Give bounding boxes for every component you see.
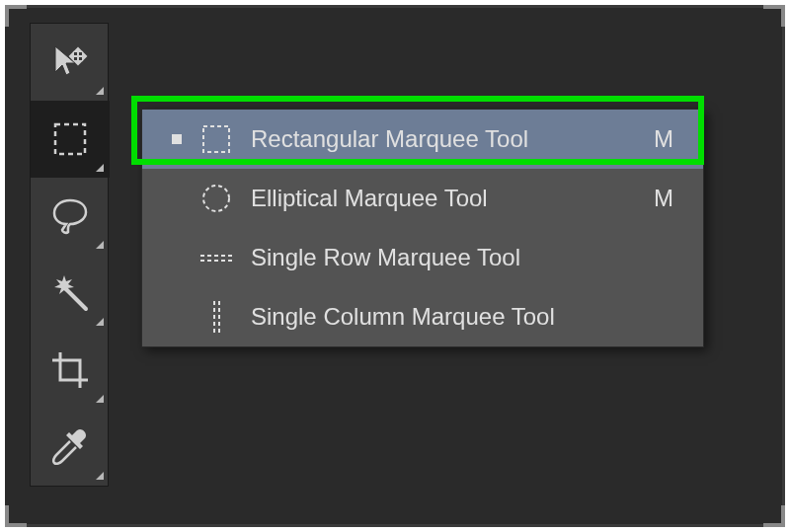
flyout-indicator-icon [96, 164, 104, 172]
flyout-indicator-icon [96, 318, 104, 326]
lasso-icon [50, 196, 90, 236]
move-tool[interactable] [31, 24, 110, 101]
magic-wand-tool[interactable] [31, 255, 110, 332]
lasso-tool[interactable] [31, 178, 110, 255]
crop-icon [50, 350, 90, 390]
app-frame: Rectangular Marquee Tool M Elliptical Ma… [5, 5, 785, 527]
svg-rect-2 [203, 126, 229, 152]
menu-item-single-row-marquee[interactable]: Single Row Marquee Tool [142, 228, 703, 287]
marquee-tool[interactable] [31, 101, 110, 178]
rect-marquee-icon [50, 119, 90, 159]
corner-marker-icon [5, 5, 27, 27]
svg-point-3 [203, 186, 229, 211]
menu-item-label: Single Column Marquee Tool [241, 303, 644, 331]
crop-tool[interactable] [31, 332, 110, 409]
corner-marker-icon [763, 5, 785, 27]
menu-item-shortcut: M [644, 125, 683, 153]
magic-wand-icon [50, 273, 90, 313]
svg-rect-0 [55, 124, 85, 154]
elliptical-marquee-icon [192, 183, 241, 214]
rect-marquee-icon [192, 123, 241, 155]
menu-item-shortcut: M [644, 185, 683, 212]
corner-marker-icon [763, 505, 785, 527]
flyout-indicator-icon [96, 472, 104, 480]
single-row-marquee-icon [192, 250, 241, 266]
corner-marker-icon [5, 505, 27, 527]
move-icon [50, 42, 90, 82]
flyout-indicator-icon [96, 87, 104, 95]
flyout-indicator-icon [96, 395, 104, 403]
menu-item-rectangular-marquee[interactable]: Rectangular Marquee Tool M [142, 110, 703, 169]
menu-item-label: Rectangular Marquee Tool [241, 125, 644, 153]
eyedropper-tool[interactable] [31, 409, 110, 486]
flyout-indicator-icon [96, 241, 104, 249]
menu-item-label: Single Row Marquee Tool [241, 244, 644, 271]
selected-marker-icon [172, 134, 182, 144]
eyedropper-icon [50, 427, 90, 467]
tools-panel [30, 23, 109, 487]
single-column-marquee-icon [192, 299, 241, 335]
menu-item-single-column-marquee[interactable]: Single Column Marquee Tool [142, 287, 703, 346]
svg-line-1 [66, 289, 86, 309]
marquee-flyout-menu: Rectangular Marquee Tool M Elliptical Ma… [141, 109, 704, 347]
menu-item-elliptical-marquee[interactable]: Elliptical Marquee Tool M [142, 169, 703, 228]
selected-marker [162, 134, 192, 144]
menu-item-label: Elliptical Marquee Tool [241, 185, 644, 212]
